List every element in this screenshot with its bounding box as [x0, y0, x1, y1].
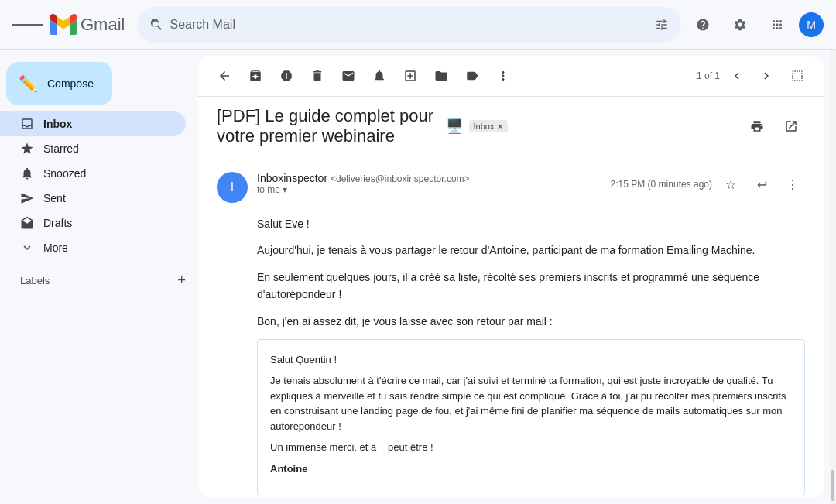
reply-quick-button[interactable]: ↩ — [749, 172, 774, 197]
email-time: 2:15 PM (0 minutes ago) — [611, 179, 712, 190]
gmail-text: Gmail — [81, 15, 125, 35]
move-to-button[interactable] — [427, 62, 455, 90]
email-meta: I Inboxinspector <deliveries@inboxinspec… — [217, 163, 805, 212]
apps-button[interactable] — [762, 9, 793, 40]
snooze-button[interactable] — [365, 62, 393, 90]
body-p1: Aujourd'hui, je tenais à vous partager l… — [257, 242, 805, 259]
page-info: 1 of 1 — [697, 70, 720, 81]
settings-button[interactable] — [725, 9, 755, 40]
snoozed-label: Snoozed — [43, 167, 173, 180]
help-button[interactable] — [687, 9, 718, 40]
gmail-logo-icon — [50, 14, 77, 35]
search-icon — [149, 18, 163, 32]
sender-name-row: Inboxinspector <deliveries@inboxinspecto… — [257, 172, 601, 184]
next-email-button[interactable] — [752, 62, 780, 90]
star-button[interactable]: ☆ — [718, 172, 743, 197]
compose-button[interactable]: ✏️ Compose — [6, 62, 112, 105]
body-p3: Bon, j'en ai assez dit, je vous laisse a… — [257, 313, 805, 330]
sent-icon — [20, 191, 34, 205]
gmail-logo: Gmail — [50, 14, 125, 35]
labels-add-button[interactable]: + — [177, 273, 186, 289]
back-button[interactable] — [211, 62, 238, 90]
report-spam-button[interactable] — [272, 62, 300, 90]
quote-p2: Un immense merci, et à + peut être ! — [270, 440, 792, 455]
inbox-badge: Inbox ✕ — [469, 120, 509, 132]
mark-unread-button[interactable] — [334, 62, 362, 90]
sidebar-item-drafts[interactable]: Drafts — [0, 211, 186, 235]
archive-button[interactable] — [242, 62, 269, 90]
labels-header[interactable]: Labels + — [0, 266, 198, 292]
top-right-actions: M — [687, 9, 824, 40]
starred-label: Starred — [43, 142, 173, 155]
quote-greeting: Salut Quentin ! — [270, 352, 792, 368]
sidebar-item-more[interactable]: More — [0, 235, 186, 260]
top-bar: Gmail M — [0, 0, 836, 50]
drafts-label: Drafts — [43, 217, 173, 229]
labels-section: Labels + — [0, 260, 198, 298]
sender-email: <deliveries@inboxinspector.com> — [331, 173, 470, 184]
quote-author: Antoine — [270, 461, 792, 477]
hamburger-menu[interactable] — [12, 9, 43, 40]
sidebar-item-sent[interactable]: Sent — [0, 186, 186, 211]
compose-pencil-icon: ✏️ — [19, 74, 38, 93]
sent-label: Sent — [43, 192, 173, 204]
view-mode-button[interactable] — [783, 62, 811, 90]
search-bar — [137, 7, 681, 43]
sender-avatar: I — [217, 172, 248, 203]
sidebar-item-starred[interactable]: Starred — [0, 136, 186, 161]
prev-email-button[interactable] — [723, 62, 751, 90]
drafts-icon — [20, 216, 34, 230]
sidebar-item-inbox[interactable]: Inbox — [0, 111, 186, 136]
quoted-block: Salut Quentin ! Je tenais absolument à t… — [257, 339, 805, 496]
more-icon — [20, 241, 34, 255]
nav-arrows — [723, 62, 780, 90]
email-panel: 1 of 1 [PDF] Le guide complet pour votre… — [198, 56, 824, 498]
more-label: More — [43, 242, 173, 254]
compose-label: Compose — [47, 77, 94, 90]
delete-button[interactable] — [303, 62, 331, 90]
quote-p1: Je tenais absolument à t'écrire ce mail,… — [270, 373, 792, 434]
email-body: I Inboxinspector <deliveries@inboxinspec… — [198, 156, 824, 498]
email-content: Salut Eve ! Aujourd'hui, je tenais à vou… — [217, 212, 805, 498]
snoozed-icon — [20, 166, 34, 180]
add-task-button[interactable] — [396, 62, 424, 90]
more-email-actions-button[interactable]: ⋮ — [780, 172, 805, 197]
scrollbar-grip — [831, 470, 834, 501]
search-options-icon[interactable] — [655, 18, 669, 32]
user-avatar[interactable]: M — [799, 12, 824, 37]
attachment-icon: 🖥️ — [446, 118, 463, 135]
open-in-new-button[interactable] — [777, 112, 805, 140]
main-layout: ✏️ Compose Inbox Starred Snoozed Sent Dr… — [0, 50, 836, 504]
badge-close-button[interactable]: ✕ — [497, 122, 503, 131]
sender-info: Inboxinspector <deliveries@inboxinspecto… — [257, 172, 601, 195]
greeting: Salut Eve ! — [257, 215, 805, 232]
sidebar: ✏️ Compose Inbox Starred Snoozed Sent Dr… — [0, 50, 198, 504]
inbox-label: Inbox — [43, 118, 173, 130]
email-subject-bar: [PDF] Le guide complet pour votre premie… — [198, 97, 824, 156]
more-actions-button[interactable] — [489, 62, 517, 90]
search-input[interactable] — [170, 18, 649, 32]
label-button[interactable] — [458, 62, 486, 90]
email-subject: [PDF] Le guide complet pour votre premie… — [217, 106, 440, 146]
email-toolbar: 1 of 1 — [198, 56, 824, 97]
sidebar-item-snoozed[interactable]: Snoozed — [0, 161, 186, 186]
inbox-icon — [20, 117, 34, 131]
body-p2: En seulement quelques jours, il a créé s… — [257, 269, 805, 303]
to-me[interactable]: to me ▾ — [257, 184, 601, 195]
print-button[interactable] — [743, 112, 771, 140]
starred-icon — [20, 142, 34, 156]
right-scrollbar[interactable] — [830, 50, 836, 504]
sender-name: Inboxinspector — [257, 172, 327, 184]
